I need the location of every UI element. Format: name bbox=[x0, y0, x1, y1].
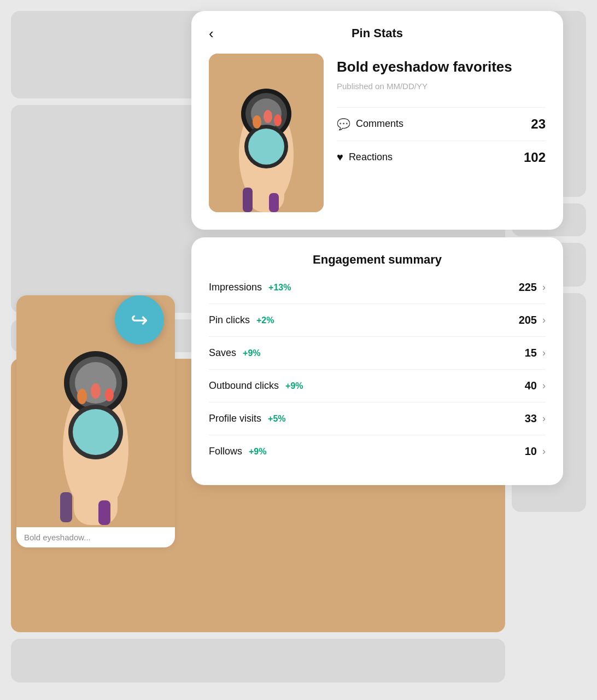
pin-name: Bold eyeshadow favorites bbox=[337, 58, 546, 76]
stat-value-comments: 23 bbox=[531, 116, 546, 132]
pin-image-container bbox=[209, 54, 324, 212]
stat-label-reactions: Reactions bbox=[349, 151, 393, 163]
engagement-metric: Saves bbox=[209, 347, 236, 359]
chevron-right-icon: › bbox=[542, 282, 546, 293]
heart-icon: ♥ bbox=[337, 151, 343, 164]
engagement-metric: Pin clicks bbox=[209, 314, 250, 326]
engagement-value: 40 bbox=[525, 380, 537, 392]
left-pin-label: Bold eyeshadow... bbox=[16, 527, 175, 547]
svg-point-20 bbox=[248, 129, 284, 165]
engagement-metric: Impressions bbox=[209, 282, 262, 293]
svg-rect-21 bbox=[243, 188, 253, 212]
svg-rect-15 bbox=[248, 163, 284, 212]
comments-icon: 💬 bbox=[337, 118, 350, 131]
engagement-metric: Outbound clicks bbox=[209, 380, 279, 392]
svg-point-11 bbox=[91, 383, 101, 399]
engagement-change: +5% bbox=[268, 414, 285, 424]
pin-image bbox=[209, 54, 324, 212]
engagement-left: Impressions +13% bbox=[209, 282, 291, 293]
pin-stats-card: ‹ Pin Stats bbox=[191, 11, 563, 230]
stat-row-comments: 💬 Comments 23 bbox=[337, 107, 546, 141]
svg-point-7 bbox=[73, 409, 119, 455]
engagement-metric: Follows bbox=[209, 446, 242, 457]
engagement-change: +9% bbox=[243, 348, 260, 358]
engagement-row-3[interactable]: Outbound clicks +9% 40 › bbox=[209, 370, 546, 402]
chevron-right-icon: › bbox=[542, 413, 546, 424]
share-icon: ↪ bbox=[131, 308, 148, 332]
svg-rect-2 bbox=[74, 459, 118, 525]
svg-point-12 bbox=[105, 388, 114, 401]
svg-rect-22 bbox=[269, 193, 279, 212]
svg-rect-8 bbox=[60, 492, 72, 522]
engagement-value: 33 bbox=[525, 412, 537, 425]
engagement-value: 225 bbox=[519, 281, 537, 294]
svg-point-10 bbox=[77, 389, 87, 404]
engagement-right: 225 › bbox=[519, 281, 546, 294]
chevron-right-icon: › bbox=[542, 446, 546, 457]
engagement-right: 205 › bbox=[519, 314, 546, 326]
card-title: Pin Stats bbox=[352, 26, 403, 40]
engagement-right: 33 › bbox=[525, 412, 546, 425]
stat-row-reactions: ♥ Reactions 102 bbox=[337, 141, 546, 174]
stat-value-reactions: 102 bbox=[524, 150, 546, 165]
share-button[interactable]: ↪ bbox=[115, 295, 164, 345]
engagement-left: Profile visits +5% bbox=[209, 413, 286, 424]
engagement-value: 10 bbox=[525, 445, 537, 458]
chevron-right-icon: › bbox=[542, 347, 546, 359]
engagement-change: +9% bbox=[249, 447, 266, 457]
overlay-container: ‹ Pin Stats bbox=[191, 11, 563, 485]
bg-card bbox=[11, 639, 505, 682]
stat-label-group: 💬 Comments bbox=[337, 118, 403, 131]
engagement-change: +9% bbox=[285, 381, 303, 391]
card-header: ‹ Pin Stats bbox=[209, 26, 546, 40]
engagement-right: 40 › bbox=[525, 380, 546, 392]
pin-details: Bold eyeshadow favorites Published on MM… bbox=[337, 54, 546, 174]
engagement-left: Pin clicks +2% bbox=[209, 314, 274, 326]
back-button[interactable]: ‹ bbox=[209, 26, 214, 40]
chevron-right-icon: › bbox=[542, 314, 546, 326]
engagement-right: 15 › bbox=[525, 347, 546, 359]
engagement-row-1[interactable]: Pin clicks +2% 205 › bbox=[209, 304, 546, 337]
pin-published: Published on MM/DD/YY bbox=[337, 81, 546, 91]
svg-rect-9 bbox=[98, 500, 110, 525]
engagement-left: Follows +9% bbox=[209, 446, 266, 457]
engagement-change: +2% bbox=[256, 316, 274, 325]
engagement-row-5[interactable]: Follows +9% 10 › bbox=[209, 435, 546, 468]
engagement-left: Outbound clicks +9% bbox=[209, 380, 303, 392]
engagement-title: Engagement summary bbox=[209, 253, 546, 267]
svg-point-24 bbox=[264, 110, 272, 123]
stat-label-group-reactions: ♥ Reactions bbox=[337, 151, 393, 164]
engagement-row-0[interactable]: Impressions +13% 225 › bbox=[209, 271, 546, 304]
engagement-row-2[interactable]: Saves +9% 15 › bbox=[209, 337, 546, 370]
stat-label-comments: Comments bbox=[356, 118, 403, 130]
engagement-card: Engagement summary Impressions +13% 225 … bbox=[191, 237, 563, 485]
engagement-value: 15 bbox=[525, 347, 537, 359]
svg-point-23 bbox=[253, 115, 261, 129]
engagement-metric: Profile visits bbox=[209, 413, 261, 424]
svg-point-25 bbox=[274, 114, 282, 126]
engagement-row-4[interactable]: Profile visits +5% 33 › bbox=[209, 402, 546, 435]
pin-info-row: Bold eyeshadow favorites Published on MM… bbox=[209, 54, 546, 212]
chevron-right-icon: › bbox=[542, 380, 546, 392]
engagement-right: 10 › bbox=[525, 445, 546, 458]
engagement-left: Saves +9% bbox=[209, 347, 261, 359]
engagement-value: 205 bbox=[519, 314, 537, 326]
engagement-rows: Impressions +13% 225 › Pin clicks +2% 20… bbox=[209, 271, 546, 468]
engagement-change: +13% bbox=[268, 283, 291, 293]
